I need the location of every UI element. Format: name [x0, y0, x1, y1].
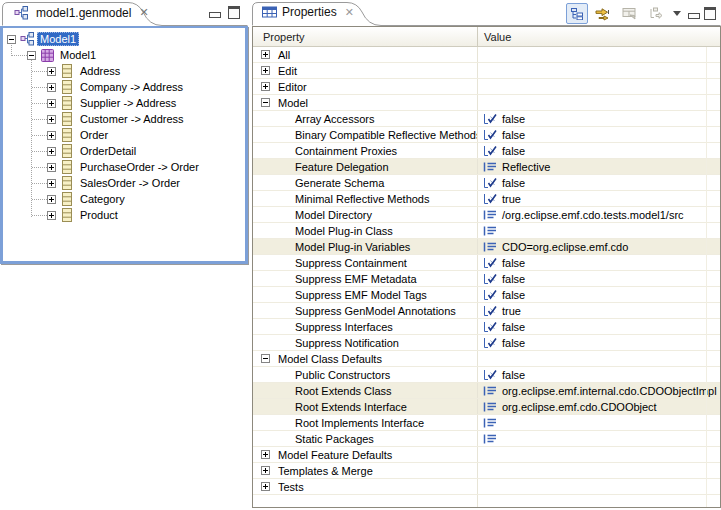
view-menu-icon[interactable]	[673, 11, 681, 16]
expand-icon[interactable]	[47, 211, 56, 220]
property-column-header[interactable]: Property	[253, 27, 478, 46]
property-category-row[interactable]: Edit	[253, 63, 720, 79]
property-row[interactable]: Root Extends Interface org.eclipse.emf.c…	[253, 399, 720, 415]
value-cell[interactable]	[478, 447, 720, 462]
expand-icon[interactable]	[47, 195, 56, 204]
value-cell[interactable]	[478, 479, 720, 494]
editor-minimize-icon[interactable]	[209, 12, 221, 18]
properties-tab[interactable]: Properties ✕	[262, 5, 354, 19]
editor-tab[interactable]: model1.genmodel ✕	[10, 5, 149, 20]
value-cell[interactable]: false	[478, 287, 720, 302]
expand-icon[interactable]	[47, 163, 56, 172]
property-category-row[interactable]: All	[253, 47, 720, 63]
value-cell[interactable]: false	[478, 111, 720, 126]
value-cell[interactable]: false	[478, 143, 720, 158]
expand-icon[interactable]	[47, 115, 56, 124]
property-category-row[interactable]: Tests	[253, 479, 720, 495]
property-category-row[interactable]: Editor	[253, 79, 720, 95]
value-cell[interactable]: false	[478, 271, 720, 286]
tree-item[interactable]: Order	[3, 127, 245, 143]
property-row[interactable]: Static Packages	[253, 431, 720, 447]
value-cell[interactable]: false	[478, 319, 720, 334]
properties-minimize-icon[interactable]	[688, 13, 700, 19]
value-cell[interactable]: true	[478, 191, 720, 206]
value-column-header[interactable]: Value	[478, 27, 720, 46]
value-cell[interactable]	[478, 431, 720, 446]
value-cell[interactable]: org.eclipse.emf.cdo.CDOObject	[478, 399, 720, 414]
property-row[interactable]: Array Accessors false	[253, 111, 720, 127]
property-row[interactable]: Suppress GenModel Annotations true	[253, 303, 720, 319]
expand-icon[interactable]	[47, 131, 56, 140]
property-row[interactable]: Suppress Containment false	[253, 255, 720, 271]
tree-item[interactable]: Address	[3, 63, 245, 79]
property-category-row[interactable]: Model	[253, 95, 720, 111]
property-category-row[interactable]: Templates & Merge	[253, 463, 720, 479]
property-row[interactable]: Root Implements Interface	[253, 415, 720, 431]
expand-icon[interactable]	[261, 482, 270, 491]
properties-maximize-icon[interactable]	[704, 7, 716, 20]
value-cell[interactable]: false	[478, 127, 720, 142]
editor-maximize-icon[interactable]	[228, 6, 240, 19]
value-cell[interactable]: true	[478, 303, 720, 318]
value-cell[interactable]: false	[478, 335, 720, 350]
property-row[interactable]: Model Directory /org.eclipse.emf.cdo.tes…	[253, 207, 720, 223]
tree-item[interactable]: SalesOrder -> Order	[3, 175, 245, 191]
expand-icon[interactable]	[47, 83, 56, 92]
property-row[interactable]: Containment Proxies false	[253, 143, 720, 159]
property-row[interactable]: Minimal Reflective Methods true	[253, 191, 720, 207]
value-cell[interactable]: org.eclipse.emf.internal.cdo.CDOObjectIm…	[478, 383, 720, 398]
collapse-icon[interactable]	[27, 51, 36, 60]
value-cell[interactable]: false	[478, 255, 720, 270]
tree-item[interactable]: Category	[3, 191, 245, 207]
property-row[interactable]: Suppress Interfaces false	[253, 319, 720, 335]
value-cell[interactable]	[478, 47, 720, 62]
show-advanced-properties-button[interactable]	[592, 3, 614, 24]
collapse-icon[interactable]	[7, 35, 16, 44]
property-row[interactable]: Suppress EMF Model Tags false	[253, 287, 720, 303]
value-cell[interactable]	[478, 415, 720, 430]
property-row[interactable]: Suppress EMF Metadata false	[253, 271, 720, 287]
value-cell[interactable]: Reflective	[478, 159, 720, 174]
property-row[interactable]: Model Plug-in Class	[253, 223, 720, 239]
value-cell[interactable]: /org.eclipse.emf.cdo.tests.model1/src	[478, 207, 720, 222]
expand-icon[interactable]	[47, 179, 56, 188]
value-cell[interactable]	[478, 463, 720, 478]
property-row[interactable]: Root Extends Class org.eclipse.emf.inter…	[253, 383, 720, 399]
tree-item[interactable]: PurchaseOrder -> Order	[3, 159, 245, 175]
expand-icon[interactable]	[261, 466, 270, 475]
expand-icon[interactable]	[261, 450, 270, 459]
value-cell[interactable]	[478, 95, 720, 110]
tree-item[interactable]: OrderDetail	[3, 143, 245, 159]
value-cell[interactable]	[478, 223, 720, 238]
expand-icon[interactable]	[47, 147, 56, 156]
tree-item[interactable]: Company -> Address	[3, 79, 245, 95]
value-cell[interactable]: false	[478, 367, 720, 382]
value-cell[interactable]	[478, 351, 720, 366]
expand-icon[interactable]	[261, 50, 270, 59]
property-row[interactable]: Feature Delegation Reflective	[253, 159, 720, 175]
value-cell[interactable]	[478, 63, 720, 78]
show-categories-button[interactable]	[566, 3, 588, 24]
property-category-row[interactable]: Model Class Defaults	[253, 351, 720, 367]
property-category-row[interactable]: Model Feature Defaults	[253, 447, 720, 463]
tree-item[interactable]: Model1	[3, 47, 245, 63]
tree-item[interactable]: Supplier -> Address	[3, 95, 245, 111]
expand-icon[interactable]	[261, 82, 270, 91]
collapse-icon[interactable]	[261, 354, 270, 363]
collapse-icon[interactable]	[261, 98, 270, 107]
property-row[interactable]: Generate Schema false	[253, 175, 720, 191]
value-cell[interactable]: CDO=org.eclipse.emf.cdo	[478, 239, 720, 254]
property-row[interactable]: Model Plug-in Variables CDO=org.eclipse.…	[253, 239, 720, 255]
tree-item[interactable]: Model1	[3, 31, 245, 47]
editor-tab-close-icon[interactable]: ✕	[139, 6, 148, 19]
expand-icon[interactable]	[47, 99, 56, 108]
property-row[interactable]: Suppress Notification false	[253, 335, 720, 351]
property-row[interactable]: Public Constructors false	[253, 367, 720, 383]
properties-tab-close-icon[interactable]: ✕	[345, 6, 354, 19]
value-cell[interactable]: false	[478, 175, 720, 190]
expand-icon[interactable]	[47, 67, 56, 76]
tree-item[interactable]: Customer -> Address	[3, 111, 245, 127]
value-cell[interactable]	[478, 79, 720, 94]
expand-icon[interactable]	[261, 66, 270, 75]
tree-item[interactable]: Product	[3, 207, 245, 223]
